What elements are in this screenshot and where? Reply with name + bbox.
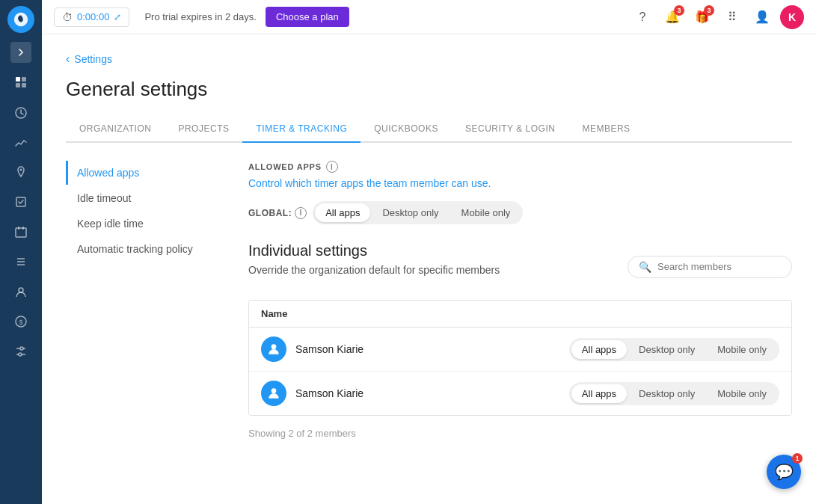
apps-grid-button[interactable]: ⠿	[720, 5, 744, 29]
member-1-desktop-only-btn[interactable]: Desktop only	[628, 340, 705, 359]
allowed-apps-description: Control which timer apps the team member…	[248, 177, 792, 189]
sidebar-expand-arrow[interactable]	[10, 42, 31, 63]
notification-badge: 3	[674, 5, 684, 16]
sidebar-item-people[interactable]	[7, 278, 34, 305]
timer-display[interactable]: ⏱ 0:00:00 ⤢	[54, 7, 129, 27]
gift-badge: 3	[704, 5, 714, 16]
notifications-button[interactable]: 🔔 3	[660, 5, 684, 29]
main-wrapper: ‹ Settings General settings ORGANIZATION…	[42, 34, 816, 504]
settings-tabs: ORGANIZATION PROJECTS TIMER & TRACKING Q…	[66, 116, 792, 143]
profile-button[interactable]: 👤	[750, 5, 774, 29]
global-info-icon[interactable]: i	[295, 207, 307, 219]
tab-security-login[interactable]: SECURITY & LOGIN	[452, 116, 568, 143]
tab-timer-tracking[interactable]: TIMER & TRACKING	[242, 116, 361, 143]
member-2-all-apps-btn[interactable]: All apps	[571, 384, 627, 403]
nav-item-keep-idle-time[interactable]: Keep idle time	[66, 212, 218, 236]
chat-badge: 1	[792, 453, 803, 464]
sidebar-item-settings[interactable]	[7, 338, 34, 365]
tab-projects[interactable]: PROJECTS	[165, 116, 242, 143]
allowed-apps-label: ALLOWED APPS i	[248, 161, 792, 173]
global-row: GLOBAL: i All apps Desktop only Mobile o…	[248, 201, 792, 224]
global-all-apps-btn[interactable]: All apps	[315, 203, 370, 222]
timer-expand-icon[interactable]: ⤢	[114, 12, 121, 22]
grid-icon: ⠿	[728, 10, 737, 24]
sidebar-item-billing[interactable]: $	[7, 308, 34, 335]
svg-rect-3	[16, 83, 20, 87]
global-mobile-only-btn[interactable]: Mobile only	[451, 203, 521, 222]
chat-button[interactable]: 💬 1	[767, 455, 801, 489]
tab-organization[interactable]: ORGANIZATION	[66, 116, 165, 143]
nav-item-idle-timeout[interactable]: Idle timeout	[66, 186, 218, 210]
app-logo[interactable]	[7, 6, 34, 33]
help-icon: ?	[639, 10, 646, 24]
topbar-right-actions: ? 🔔 3 🎁 3 ⠿ 👤 K	[631, 5, 804, 29]
global-desktop-only-btn[interactable]: Desktop only	[372, 203, 449, 222]
member-avatar-1	[261, 336, 286, 362]
gifts-button[interactable]: 🎁 3	[690, 5, 714, 29]
tab-members[interactable]: MEMBERS	[568, 116, 643, 143]
tab-quickbooks[interactable]: QUICKBOOKS	[361, 116, 452, 143]
individual-settings-heading: Individual settings	[248, 242, 500, 259]
back-arrow-icon: ‹	[66, 52, 70, 66]
nav-item-auto-tracking[interactable]: Automatic tracking policy	[66, 237, 218, 261]
help-button[interactable]: ?	[631, 5, 654, 29]
timer-value: 0:00:00	[77, 11, 109, 22]
avatar-button[interactable]: K	[780, 5, 804, 29]
svg-point-23	[272, 344, 277, 349]
svg-rect-8	[16, 228, 26, 237]
svg-text:$: $	[19, 319, 22, 326]
member-2-mobile-only-btn[interactable]: Mobile only	[707, 384, 777, 403]
sidebar-item-tasks[interactable]	[7, 188, 34, 215]
user-icon: 👤	[755, 10, 770, 24]
svg-point-21	[19, 353, 22, 356]
global-label: GLOBAL: i	[248, 207, 307, 219]
nav-item-allowed-apps[interactable]: Allowed apps	[66, 161, 218, 185]
member-2-toggle-group: All apps Desktop only Mobile only	[569, 382, 779, 405]
svg-rect-4	[22, 83, 26, 87]
table-header-name: Name	[249, 301, 791, 328]
table-row: Samson Kiarie All apps Desktop only Mobi…	[249, 328, 791, 372]
page-title: General settings	[66, 78, 792, 101]
content-area: ‹ Settings General settings ORGANIZATION…	[42, 34, 816, 504]
chat-icon: 💬	[775, 463, 794, 481]
sidebar-item-reports[interactable]	[7, 129, 34, 156]
topbar: ⏱ 0:00:00 ⤢ Pro trial expires in 2 days.…	[42, 0, 816, 34]
search-members-box[interactable]: 🔍	[628, 256, 792, 278]
member-1-mobile-only-btn[interactable]: Mobile only	[707, 340, 777, 359]
search-icon: 🔍	[639, 261, 651, 273]
svg-rect-2	[22, 77, 26, 82]
individual-settings-header: Individual settings Override the organiz…	[248, 242, 792, 291]
sidebar-item-dashboard[interactable]	[7, 69, 34, 96]
individual-heading-group: Individual settings Override the organiz…	[248, 242, 500, 291]
member-name-2: Samson Kiarie	[295, 387, 569, 399]
table-row: Samson Kiarie All apps Desktop only Mobi…	[249, 372, 791, 415]
member-avatar-2	[261, 381, 286, 406]
individual-settings-desc: Override the organization default for sp…	[248, 264, 500, 276]
trial-notice: Pro trial expires in 2 days.	[144, 11, 257, 22]
member-name-1: Samson Kiarie	[295, 343, 569, 355]
svg-point-14	[19, 288, 23, 292]
sidebar-item-calendar[interactable]	[7, 218, 34, 245]
breadcrumb-label: Settings	[74, 53, 112, 65]
allowed-apps-info-icon[interactable]: i	[326, 161, 338, 173]
sidebar-item-timer[interactable]	[7, 99, 34, 126]
members-table: Name Samson Kiarie All apps Deskto	[248, 300, 792, 416]
showing-members-text: Showing 2 of 2 members	[248, 428, 792, 439]
svg-point-24	[272, 388, 277, 393]
member-2-desktop-only-btn[interactable]: Desktop only	[628, 384, 705, 403]
timer-clock-icon: ⏱	[62, 11, 73, 23]
member-1-all-apps-btn[interactable]: All apps	[571, 340, 627, 359]
search-members-input[interactable]	[657, 261, 781, 272]
breadcrumb[interactable]: ‹ Settings	[66, 52, 792, 66]
svg-rect-1	[16, 77, 20, 82]
svg-point-6	[20, 169, 22, 171]
global-toggle-group: All apps Desktop only Mobile only	[313, 201, 523, 224]
sidebar-item-pin[interactable]	[7, 159, 34, 185]
choose-plan-button[interactable]: Choose a plan	[266, 7, 349, 27]
svg-point-18	[20, 347, 23, 350]
sidebar-item-list[interactable]	[7, 248, 34, 275]
sidebar: $	[0, 0, 42, 504]
member-1-toggle-group: All apps Desktop only Mobile only	[569, 338, 779, 361]
settings-panel: ALLOWED APPS i Control which timer apps …	[230, 161, 792, 439]
left-nav: Allowed apps Idle timeout Keep idle time…	[66, 161, 230, 439]
